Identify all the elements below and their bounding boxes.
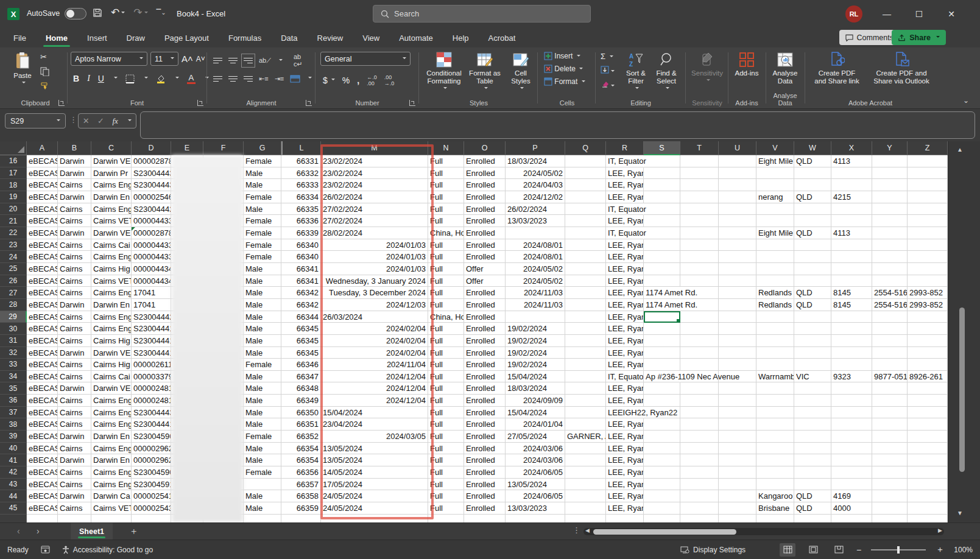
cell-Q26[interactable]	[565, 275, 606, 287]
cell-T20[interactable]	[680, 203, 719, 216]
column-header-E[interactable]: E	[171, 141, 203, 155]
orientation-dropdown[interactable]	[279, 59, 283, 63]
cell-V18[interactable]	[756, 179, 794, 191]
addins-button[interactable]: Add-ins	[730, 47, 764, 95]
increase-decimal-icon[interactable]: ←.0.00	[367, 74, 377, 86]
column-header-D[interactable]: D	[132, 141, 171, 155]
cell-S27[interactable]: 1174 Amet Rd.	[644, 287, 680, 299]
cell-D39[interactable]: S23004590	[132, 431, 171, 443]
cell-A17[interactable]: eBECAS La	[27, 167, 58, 180]
cell-O25[interactable]: Offer	[464, 263, 506, 275]
row-header-22[interactable]: 22	[0, 227, 27, 239]
cell-Q38[interactable]	[565, 418, 606, 431]
cell-Q18[interactable]	[565, 179, 606, 191]
cell-C23[interactable]: Cairns Cai	[91, 239, 132, 251]
column-header-Q[interactable]: Q	[565, 141, 606, 155]
insert-cells-button[interactable]: Insert	[544, 52, 585, 60]
align-center-icon[interactable]	[228, 74, 238, 83]
page-layout-view-icon[interactable]	[805, 543, 821, 557]
cell-C35[interactable]: Darwin VE	[91, 382, 132, 395]
cell-M28[interactable]: 2024/12/03	[321, 299, 428, 311]
row-header-38[interactable]: 38	[0, 418, 27, 431]
cell-D23[interactable]: 000004433	[132, 239, 171, 251]
cell-O16[interactable]: Enrolled	[464, 155, 506, 167]
cell-Q34[interactable]	[565, 371, 606, 383]
cell-G34[interactable]: Male	[244, 371, 281, 383]
cell-N16[interactable]: Full	[428, 155, 464, 167]
cell-T26[interactable]	[680, 275, 719, 287]
ribbon-tab-help[interactable]: Help	[451, 30, 470, 46]
cell-O34[interactable]: Enrolled	[464, 371, 506, 383]
cell-P28[interactable]: 2024/11/03	[506, 299, 565, 311]
cell-M26[interactable]: Wednesday, 3 January 2024	[321, 275, 428, 287]
cell-V16[interactable]: Eight Mile	[756, 155, 794, 167]
cell-V38[interactable]	[756, 418, 794, 431]
cell-C34[interactable]: Cairns Cai	[91, 371, 132, 383]
cell-X16[interactable]: 4113	[831, 155, 872, 167]
cell-C16[interactable]: Darwin VE	[91, 155, 132, 167]
cell-B35[interactable]: Darwin	[58, 382, 91, 395]
cell-M43[interactable]: 17/05/2024	[321, 479, 428, 491]
cell-L20[interactable]: 66335	[281, 203, 321, 216]
cell-L17[interactable]: 66332	[281, 167, 321, 180]
cell-W28[interactable]: QLD	[794, 299, 831, 311]
cell-O29[interactable]: Enrolled	[464, 311, 506, 323]
cell-Y38[interactable]	[872, 418, 908, 431]
cell-W17[interactable]	[794, 167, 831, 180]
cell-L23[interactable]: 66340	[281, 239, 321, 251]
cell-M41[interactable]: 13/05/2024	[321, 454, 428, 466]
avatar[interactable]: RL	[845, 5, 862, 23]
cell-O39[interactable]: Enrolled	[464, 431, 506, 443]
cell-N17[interactable]: Full	[428, 167, 464, 180]
cell-L43[interactable]: 66357	[281, 479, 321, 491]
cell-Q30[interactable]	[565, 323, 606, 335]
cell-D34[interactable]: 000003379	[132, 371, 171, 383]
cell-M38[interactable]: 23/04/2024	[321, 418, 428, 431]
cell-R34[interactable]: IT, Equato	[606, 371, 644, 383]
cell-Q40[interactable]	[565, 443, 606, 455]
cell-Y35[interactable]	[872, 382, 908, 395]
cell-M29[interactable]: 26/03/2024	[321, 311, 428, 323]
row-header-36[interactable]: 36	[0, 395, 27, 407]
cell-Z16[interactable]	[908, 155, 948, 167]
cell-V45[interactable]: Brisbane	[756, 502, 794, 515]
cell-partial[interactable]	[281, 515, 321, 522]
cell-A29[interactable]: eBECAS La	[27, 311, 58, 323]
cell-S45[interactable]	[644, 502, 680, 515]
cell-G33[interactable]: Female	[244, 359, 281, 371]
align-bottom-icon[interactable]	[244, 56, 253, 65]
cell-B17[interactable]: Darwin	[58, 167, 91, 180]
customize-qat-icon[interactable]: ▔⌄	[157, 9, 166, 16]
cell-O23[interactable]: Enrolled	[464, 239, 506, 251]
cell-B42[interactable]: Cairns	[58, 466, 91, 479]
cell-U33[interactable]	[719, 359, 756, 371]
cell-R18[interactable]: LEE, Ryan	[606, 179, 644, 191]
zoom-in-icon[interactable]: ＋	[936, 544, 944, 555]
ribbon-tab-view[interactable]: View	[361, 30, 381, 46]
cell-S20[interactable]	[644, 203, 680, 216]
cell-Q20[interactable]	[565, 203, 606, 216]
ribbon-tab-insert[interactable]: Insert	[86, 30, 108, 46]
row-header-39[interactable]: 39	[0, 431, 27, 443]
cell-V43[interactable]	[756, 479, 794, 491]
cell-B45[interactable]: Cairns	[58, 502, 91, 515]
cell-Q17[interactable]	[565, 167, 606, 180]
cell-R35[interactable]: LEE, Ryan	[606, 382, 644, 395]
cell-M23[interactable]: 2024/01/03	[321, 239, 428, 251]
row-header-19[interactable]: 19	[0, 191, 27, 203]
row-header-34[interactable]: 34	[0, 371, 27, 383]
cell-partial[interactable]	[644, 515, 680, 522]
insert-function-icon[interactable]: fx	[112, 116, 118, 126]
ribbon-tab-data[interactable]: Data	[280, 30, 298, 46]
cell-U30[interactable]	[719, 323, 756, 335]
save-icon[interactable]	[93, 8, 102, 18]
cell-C30[interactable]: Cairns Eng	[91, 323, 132, 335]
cell-T24[interactable]	[680, 251, 719, 263]
cell-N34[interactable]: Full	[428, 371, 464, 383]
horizontal-scrollbar[interactable]: ◀ ▶	[583, 528, 944, 535]
cell-Z40[interactable]	[908, 443, 948, 455]
cell-O43[interactable]: Enrolled	[464, 479, 506, 491]
cell-Q27[interactable]	[565, 287, 606, 299]
cell-Z23[interactable]	[908, 239, 948, 251]
cell-V28[interactable]: Redlands	[756, 299, 794, 311]
